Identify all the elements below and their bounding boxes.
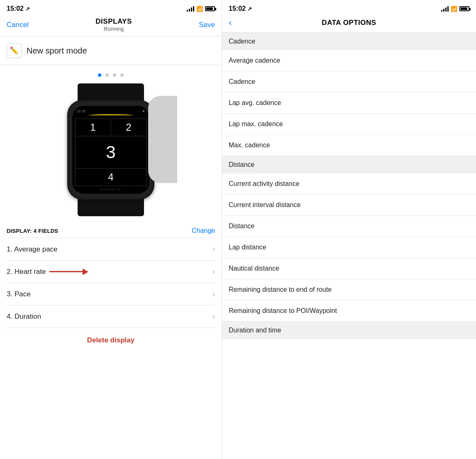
watch-field-4: 4 [75,168,146,186]
field-label-3: 3. Pace [7,290,31,298]
display-header: DISPLAY: 4 FIELDS Change [7,220,215,238]
signal-icon-left [187,6,194,12]
field-item-2-left: 2. Heart rate [7,268,88,276]
status-bar-left: 15:02 ↗ 📶 [0,0,222,15]
section-header-cadence: Cadence [222,33,476,50]
data-options-title: DATA OPTIONS [322,19,376,27]
right-header: ‹ DATA OPTIONS [222,15,476,33]
save-button[interactable]: Save [199,21,215,29]
field-item-4[interactable]: 4. Duration › [7,305,215,328]
option-lap-distance[interactable]: Lap distance [222,237,476,258]
data-options-list: Cadence Average cadence Cadence Lap avg.… [222,33,476,459]
status-icons-left: 📶 [187,6,215,12]
delete-display-button[interactable]: Delete display [0,328,222,353]
watch-brand: SUUNTO [100,188,122,191]
left-panel: 15:02 ↗ 📶 Cancel DISPLAYS Running Save ✏… [0,0,222,459]
field-item-3[interactable]: 3. Pace › [7,283,215,305]
field-label-1: 1. Average pace [7,245,58,254]
header-title-main: DISPLAYS [95,17,132,26]
option-remaining-route[interactable]: Remaining distance to end of route [222,279,476,300]
arrow-shaft [49,271,83,272]
back-button[interactable]: ‹ [229,18,232,27]
header-subtitle: Running [95,26,132,32]
option-max-cadence[interactable]: Max. cadence [222,135,476,156]
battery-icon-left [205,6,215,11]
display-section: DISPLAY: 4 FIELDS Change 1. Average pace… [0,220,222,328]
dot-1 [98,73,101,77]
cancel-button[interactable]: Cancel [7,21,29,29]
wifi-icon-right: 📶 [451,6,457,12]
section-header-duration: Duration and time [222,322,476,339]
dot-2 [105,73,109,77]
field-item-1[interactable]: 1. Average pace › [7,238,215,261]
dot-3 [113,73,116,77]
field-label-4: 4. Duration [7,313,41,321]
location-arrow-right: ↗ [247,6,252,12]
chevron-right-1: › [212,245,215,254]
sport-mode-row[interactable]: ✏️ New sport mode [0,37,222,65]
display-fields-label: DISPLAY: 4 FIELDS [7,228,58,234]
watch-area: 19:36 ▼ 1 2 3 4 SUUNTO [0,65,222,220]
status-time-right: 15:02 [229,5,246,12]
option-cadence[interactable]: Cadence [222,71,476,93]
chevron-right-2: › [212,267,215,276]
option-current-activity-distance[interactable]: Current activity distance [222,173,476,195]
option-lap-max-cadence[interactable]: Lap max. cadence [222,114,476,135]
section-header-distance: Distance [222,156,476,173]
status-bar-right: 15:02 ↗ 📶 [222,0,476,15]
option-average-cadence[interactable]: Average cadence [222,50,476,71]
field-list: 1. Average pace › 2. Heart rate › 3. Pac… [7,238,215,328]
arrow-indicator [49,269,88,275]
option-lap-avg-cadence[interactable]: Lap avg. cadence [222,93,476,114]
arrow-head [83,269,88,275]
sport-mode-label: New sport mode [27,46,87,56]
signal-icon-right [441,6,449,12]
battery-icon-right [459,6,469,11]
watch-time: 19:36 [76,109,86,113]
field-item-2[interactable]: 2. Heart rate › [7,261,215,283]
page-dots [98,73,124,77]
dot-4 [120,73,124,77]
watch-field-2: 2 [111,119,146,136]
chevron-right-3: › [212,290,215,298]
option-remaining-poi[interactable]: Remaining distance to POI/Waypoint [222,300,476,322]
sport-mode-icon: ✏️ [7,43,22,58]
field-label-2: 2. Heart rate [7,268,46,276]
option-current-interval-distance[interactable]: Current interval distance [222,195,476,216]
chevron-right-4: › [212,312,215,321]
change-button[interactable]: Change [192,227,215,234]
wifi-icon-left: 📶 [196,6,203,12]
watch-field-3: 3 [75,136,146,168]
location-arrow-left: ↗ [25,6,30,12]
left-header: Cancel DISPLAYS Running Save [0,15,222,37]
right-panel: 15:02 ↗ 📶 ‹ DATA OPTIONS Cadence Average… [222,0,476,459]
status-icons-right: 📶 [441,6,469,12]
option-distance[interactable]: Distance [222,216,476,237]
header-title-left: DISPLAYS Running [95,17,132,32]
status-time-left: 15:02 [7,5,24,12]
partial-watch: 1 3 5 [148,96,177,187]
watch-container: 19:36 ▼ 1 2 3 4 SUUNTO [53,83,169,216]
watch-field-1: 1 [75,119,111,136]
option-nautical-distance[interactable]: Nautical distance [222,258,476,279]
watch-indicator: ▼ [142,109,145,113]
